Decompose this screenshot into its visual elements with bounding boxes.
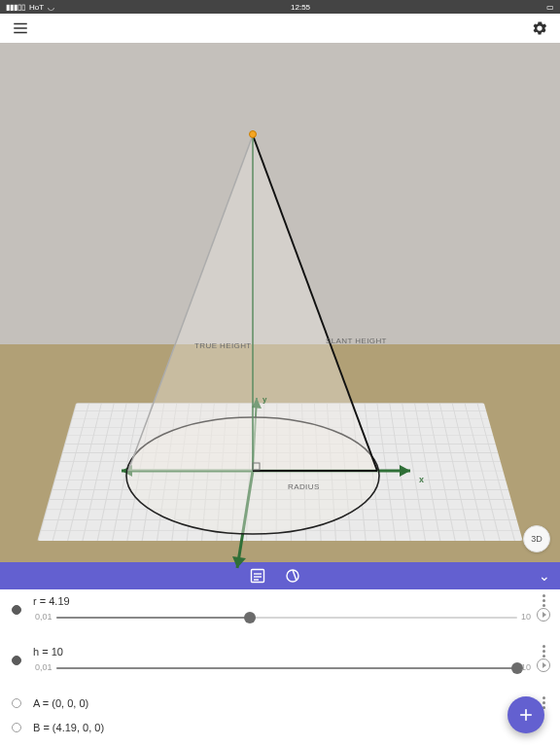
slider-r-track[interactable]: 0,01 10: [56, 617, 517, 619]
algebra-mode-button[interactable]: [249, 567, 266, 585]
slider-r-row[interactable]: r = 4.19 0,01 10: [0, 589, 560, 640]
true-height-label: TRUE HEIGHT: [194, 341, 252, 350]
ar-viewport[interactable]: TRUE HEIGHT SLANT HEIGHT RADIUS x y 3D: [0, 43, 560, 562]
point-a-row[interactable]: A = (0, 0, 0): [0, 691, 560, 715]
svg-rect-2: [14, 32, 27, 34]
collapse-panel-button[interactable]: ⌄: [539, 568, 550, 584]
add-object-button[interactable]: [508, 696, 544, 733]
point-a-formula: A = (0, 0, 0): [33, 697, 88, 709]
carrier-label: HoT: [29, 3, 44, 12]
x-axis-label: x: [419, 475, 424, 484]
view-mode-toggle[interactable]: 3D: [523, 525, 550, 552]
slider-r-formula: r = 4.19: [33, 595, 541, 607]
slider-h-row[interactable]: h = 10 0,01 10: [0, 640, 560, 691]
menu-button[interactable]: [10, 18, 31, 39]
slider-h-track[interactable]: 0,01 10: [56, 667, 517, 669]
settings-button[interactable]: [529, 18, 550, 39]
apex-point[interactable]: [249, 130, 257, 138]
play-animation-button[interactable]: [537, 608, 550, 622]
slider-r-thumb[interactable]: [244, 612, 256, 623]
status-bar: ▮▮▮▯▯ HoT ◡ 12:55 ▭: [0, 0, 560, 14]
point-b-formula: B = (4.19, 0, 0): [33, 722, 104, 733]
svg-marker-8: [232, 556, 246, 568]
visibility-toggle[interactable]: [12, 656, 21, 665]
y-axis-label: y: [262, 395, 266, 404]
row-menu-button[interactable]: [537, 644, 550, 658]
svg-rect-0: [14, 23, 27, 25]
radius-label: RADIUS: [288, 482, 320, 491]
svg-marker-6: [400, 465, 410, 477]
clock: 12:55: [291, 3, 310, 12]
svg-rect-24: [520, 714, 532, 716]
row-menu-button[interactable]: [537, 593, 550, 607]
point-b-row[interactable]: B = (4.19, 0, 0): [0, 715, 560, 739]
slant-height-label: SLANT HEIGHT: [326, 337, 387, 345]
visibility-toggle[interactable]: [12, 698, 21, 708]
signal-icon: ▮▮▮▯▯: [6, 3, 25, 12]
slider-h-formula: h = 10: [33, 646, 541, 658]
play-animation-button[interactable]: [537, 658, 550, 672]
tools-mode-button[interactable]: [284, 567, 301, 585]
top-bar: [0, 14, 560, 43]
visibility-toggle[interactable]: [12, 605, 21, 615]
algebra-panel: r = 4.19 0,01 10 h = 10 0,01 10 A = (0, …: [0, 589, 560, 747]
visibility-toggle[interactable]: [12, 723, 21, 732]
svg-rect-1: [14, 27, 27, 29]
wifi-icon: ◡: [48, 3, 54, 12]
battery-icon: ▭: [546, 3, 554, 12]
